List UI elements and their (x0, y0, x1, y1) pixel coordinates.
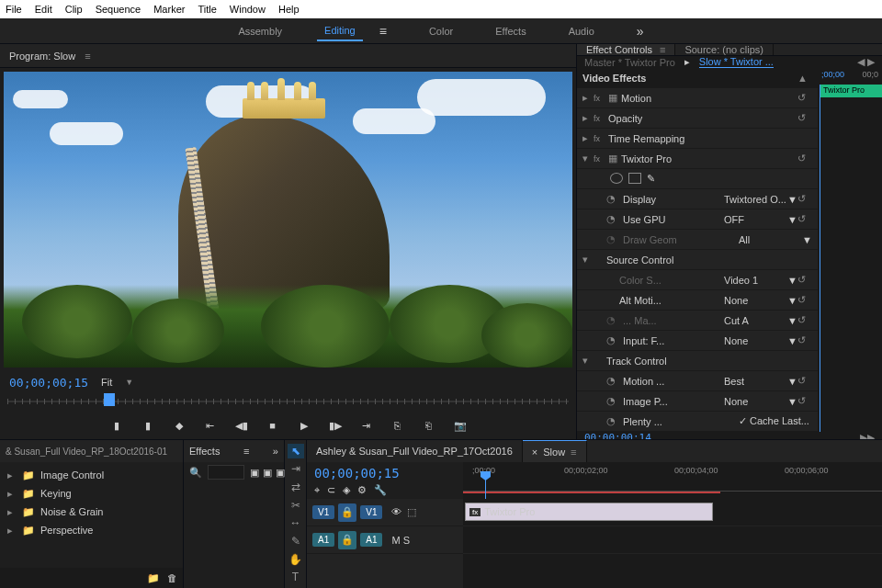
video-effects-section[interactable]: Video Effects ▲ (577, 68, 818, 88)
color-source-dropdown[interactable]: Video 1▼ (724, 275, 797, 286)
menu-edit[interactable]: Edit (35, 4, 52, 15)
track-a1-target[interactable]: A1 (360, 533, 382, 547)
ec-mini-clip[interactable]: Twixtor Pro (820, 85, 882, 97)
menu-window[interactable]: Window (230, 4, 266, 15)
wrench-icon[interactable]: 🔧 (374, 484, 387, 496)
reset-icon[interactable]: ↺ (797, 92, 812, 104)
menu-sequence[interactable]: Sequence (96, 4, 141, 15)
track-a1-header[interactable]: A1 🔒 A1 M S (307, 526, 463, 554)
stopwatch-icon[interactable]: ◔ (606, 193, 619, 205)
stopwatch-icon[interactable]: ◔ (606, 213, 619, 225)
use-gpu-dropdown[interactable]: OFF▼ (724, 214, 797, 225)
program-panel-tab[interactable]: Program: Slow ≡ (0, 44, 576, 68)
ec-footer-nav-icon[interactable]: ▶▶ (860, 432, 875, 439)
mute-icon[interactable]: M S (391, 535, 410, 546)
workspace-overflow-icon[interactable]: » (629, 20, 651, 42)
snap-icon[interactable]: ⌖ (314, 484, 320, 496)
new-bin-icon[interactable]: 📁 (147, 572, 160, 584)
folder-image-control[interactable]: ▸📁Image Control (4, 466, 179, 484)
plenty-checkbox[interactable]: ✓ Cache Last... (739, 415, 812, 427)
track-select-tool[interactable]: ⇥ (288, 462, 304, 477)
image-prep-dropdown[interactable]: None▼ (724, 396, 797, 407)
menu-marker[interactable]: Marker (153, 4, 185, 15)
current-clip-label[interactable]: Slow * Twixtor ... (699, 56, 774, 68)
track-control-section[interactable]: ▾ Track Control (577, 351, 818, 371)
time-remapping-row[interactable]: ▸ fx Time Remapping (577, 129, 818, 149)
video-clip-twixtor[interactable]: fx Twixtor Pro (465, 503, 713, 521)
preset-icon-2[interactable]: ▣ (263, 467, 272, 479)
menu-help[interactable]: Help (278, 4, 300, 15)
step-forward-button[interactable]: ▮▶ (326, 416, 345, 435)
panel-menu-icon[interactable]: ≡ (243, 446, 249, 457)
motion-effect-row[interactable]: ▸ fx ▦ Motion ↺ (577, 88, 818, 108)
transform-icon[interactable]: ▦ (608, 92, 621, 104)
slip-tool[interactable]: ↔ (288, 516, 304, 531)
collapse-icon[interactable]: ▾ (582, 254, 594, 266)
go-to-in-button[interactable]: ⇤ (201, 416, 220, 435)
hand-tool[interactable]: ✋ (288, 552, 304, 567)
timeline-nav-icon[interactable]: ◀ ▶ (857, 56, 875, 68)
expand-icon[interactable]: ▸ (582, 92, 594, 104)
project-tab[interactable]: & Susan_Full Video_RP_18Oct2016-01 (0, 440, 183, 462)
program-panel-menu-icon[interactable]: ≡ (85, 51, 90, 62)
preset-icon-3[interactable]: ▣ (276, 467, 285, 479)
track-v1-lock-icon[interactable]: 🔒 (338, 503, 356, 522)
stopwatch-icon[interactable]: ◔ (606, 415, 619, 427)
opacity-effect-row[interactable]: ▸ fx Opacity ↺ (577, 108, 818, 129)
timeline-ruler[interactable]: ;00;00 00;00;02;00 00;00;04;00 00;00;06;… (463, 462, 882, 499)
stopwatch-icon[interactable]: ◔ (606, 375, 619, 387)
program-scrubber[interactable] (7, 393, 569, 412)
ec-mini-playhead[interactable] (820, 85, 820, 432)
zoom-fit-dropdown[interactable]: Fit (101, 377, 112, 388)
collapse-icon[interactable]: ▾ (582, 153, 594, 164)
preset-icon-1[interactable]: ▣ (250, 467, 259, 479)
effects-tab-label[interactable]: Effects (189, 446, 220, 457)
pen-tool[interactable]: ✎ (288, 534, 304, 548)
reset-icon[interactable]: ↺ (797, 395, 812, 407)
sync-lock-icon[interactable]: ⬚ (407, 506, 416, 518)
reset-icon[interactable]: ↺ (797, 112, 812, 124)
reset-icon[interactable]: ↺ (797, 294, 812, 306)
reset-icon[interactable]: ↺ (797, 153, 812, 164)
folder-perspective[interactable]: ▸📁Perspective (4, 521, 179, 539)
selection-tool[interactable]: ⬉ (288, 444, 304, 458)
delete-icon[interactable]: 🗑 (167, 572, 177, 583)
pen-mask-icon[interactable]: ✎ (647, 173, 655, 185)
marker-button[interactable]: ◆ (170, 416, 188, 435)
menu-title[interactable]: Title (198, 4, 216, 15)
workspace-color[interactable]: Color (422, 22, 460, 40)
workspace-menu-icon[interactable]: ≡ (372, 20, 394, 42)
timeline-timecode[interactable]: 00;00;00;15 (314, 466, 456, 481)
go-to-out-button[interactable]: ⇥ (357, 416, 376, 435)
effect-controls-tab[interactable]: Effect Controls ≡ (577, 44, 675, 55)
extract-button[interactable]: ⎗ (420, 416, 438, 435)
linked-selection-icon[interactable]: ⊂ (327, 484, 335, 496)
mark-out-button[interactable]: ▮ (139, 416, 157, 435)
folder-keying[interactable]: ▸📁Keying (4, 484, 179, 503)
reset-icon[interactable]: ↺ (797, 213, 812, 225)
reset-icon[interactable]: ↺ (797, 314, 812, 326)
stopwatch-icon[interactable]: ◔ (606, 334, 619, 346)
source-monitor-tab[interactable]: Source: (no clips) (675, 44, 774, 55)
menu-clip[interactable]: Clip (65, 4, 83, 15)
source-control-section[interactable]: ▾ Source Control (577, 250, 818, 270)
section-toggle-icon[interactable]: ▲ (797, 73, 812, 84)
track-a1-source-patch[interactable]: A1 (312, 533, 334, 547)
sequence-tab-2[interactable]: ×Slow≡ (523, 440, 587, 462)
rectangle-mask-icon[interactable] (628, 173, 641, 184)
reset-icon[interactable]: ↺ (797, 334, 812, 346)
program-video-viewport[interactable] (4, 72, 572, 368)
transform-icon[interactable]: ▦ (608, 153, 621, 164)
ellipse-mask-icon[interactable] (610, 173, 623, 184)
display-dropdown[interactable]: Twixtored O...▼ (724, 194, 797, 205)
menu-file[interactable]: File (6, 4, 22, 15)
overflow-icon[interactable]: » (273, 446, 278, 457)
reset-icon[interactable]: ↺ (797, 193, 812, 205)
expand-icon[interactable]: ▸ (582, 132, 594, 144)
toggle-output-icon[interactable]: 👁 (391, 506, 401, 518)
markers-icon[interactable]: ◈ (343, 484, 350, 496)
timeline-tracks-area[interactable]: fx Twixtor Pro (463, 499, 882, 588)
reset-icon[interactable]: ↺ (797, 375, 812, 387)
track-v1-source-patch[interactable]: V1 (312, 505, 334, 519)
settings-icon[interactable]: ⚙ (357, 484, 367, 496)
